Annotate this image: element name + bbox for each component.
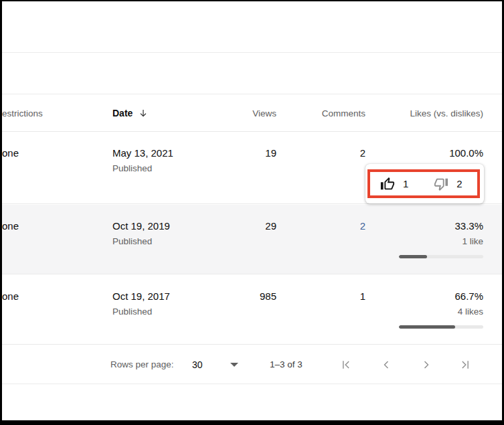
table-row-video-3[interactable]: one Oct 19, 2017 Published 985 1 66.7% 4…: [2, 275, 502, 345]
likes-percent-value: 66.7%: [454, 288, 483, 305]
cell-date: Oct 19, 2017 Published: [112, 275, 170, 319]
rows-per-page-label: Rows per page:: [110, 345, 174, 384]
table-header-row: estrictions Date Views Comments Likes (v…: [2, 94, 502, 132]
thumb-down-icon: [434, 177, 448, 191]
next-page-button[interactable]: [416, 345, 436, 384]
visibility-value: Published: [112, 234, 170, 249]
cell-restrictions: one: [2, 275, 19, 305]
column-header-date[interactable]: Date: [112, 94, 149, 132]
cell-comments: 2: [360, 132, 365, 161]
likes-percent-value: 33.3%: [454, 218, 483, 234]
cell-likes-percent: 33.3% 1 like: [454, 205, 483, 249]
cell-views: 29: [265, 205, 276, 234]
date-value: Oct 19, 2019: [112, 218, 170, 234]
cell-comments-link[interactable]: 2: [360, 205, 365, 234]
likes-dislikes-tooltip: 1 2: [365, 164, 484, 203]
cell-likes-percent: 100.0%: [449, 132, 483, 161]
visibility-value: Published: [112, 161, 173, 176]
table-footer: Rows per page: 30 1–3 of 3: [2, 345, 502, 384]
column-header-date-label: Date: [112, 108, 133, 118]
tooltip-likes-count: 1: [403, 178, 408, 189]
cell-views: 19: [265, 132, 276, 161]
sort-descending-icon: [138, 108, 149, 118]
rows-per-page-dropdown-icon[interactable]: [230, 345, 239, 384]
cell-restrictions: one: [2, 132, 19, 161]
studio-content-table-window: estrictions Date Views Comments Likes (v…: [0, 0, 504, 425]
cell-likes-percent: 66.7% 4 likes: [454, 275, 483, 319]
cell-date: Oct 19, 2019 Published: [112, 205, 170, 249]
likes-count-label: 1 like: [454, 234, 483, 249]
date-value: Oct 19, 2017: [112, 288, 170, 305]
thumb-up-icon: [380, 177, 395, 191]
likes-ratio-bar-fill: [399, 325, 455, 329]
likes-ratio-bar: [399, 255, 483, 258]
table-row-video-1[interactable]: one May 13, 2021 Published 19 2 100.0% 1: [2, 132, 502, 204]
likes-ratio-bar: [399, 325, 483, 329]
column-header-comments[interactable]: Comments: [322, 94, 365, 132]
likes-ratio-bar-fill: [399, 255, 427, 258]
rows-per-page-value[interactable]: 30: [192, 345, 203, 384]
visibility-value: Published: [112, 305, 170, 319]
cell-comments: 1: [360, 275, 365, 305]
cell-views: 985: [260, 275, 276, 305]
likes-count-label: 4 likes: [454, 305, 483, 319]
previous-page-button[interactable]: [376, 345, 396, 384]
pagination-range-label: 1–3 of 3: [270, 345, 303, 384]
tooltip-dislikes-count: 2: [456, 178, 462, 189]
last-page-button[interactable]: [455, 345, 475, 384]
column-header-restrictions[interactable]: estrictions: [2, 94, 43, 132]
column-header-views[interactable]: Views: [252, 94, 276, 132]
column-header-likes[interactable]: Likes (vs. dislikes): [410, 94, 483, 132]
filter-band-empty: [2, 53, 502, 94]
first-page-button[interactable]: [336, 345, 356, 384]
cell-restrictions: one: [2, 205, 19, 234]
cell-date: May 13, 2021 Published: [112, 132, 173, 176]
table-row-video-2[interactable]: one Oct 19, 2019 Published 29 2 33.3% 1 …: [2, 205, 502, 274]
toolbar-band-empty: [2, 1, 502, 53]
date-value: May 13, 2021: [112, 145, 173, 161]
